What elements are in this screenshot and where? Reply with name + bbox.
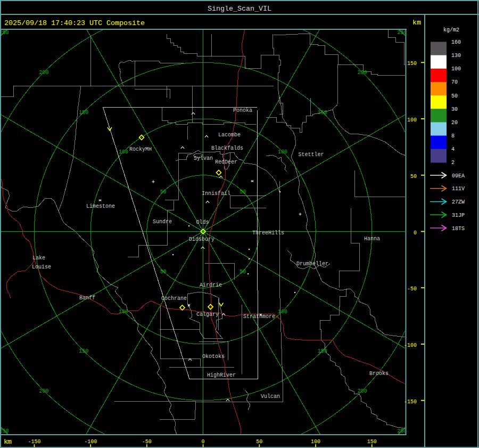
- svg-text:Okotoks: Okotoks: [202, 354, 225, 360]
- svg-text:20: 20: [451, 120, 458, 126]
- svg-text:Brooks: Brooks: [369, 371, 389, 377]
- svg-text:31JP: 31JP: [452, 213, 465, 218]
- svg-text:ThreeHills: ThreeHills: [252, 230, 284, 236]
- svg-text:50: 50: [160, 269, 167, 275]
- svg-text:-50: -50: [142, 439, 152, 445]
- svg-text:-150: -150: [404, 399, 417, 405]
- svg-text:111V: 111V: [452, 186, 465, 192]
- svg-text:Hanna: Hanna: [364, 236, 380, 242]
- svg-text:150: 150: [367, 439, 377, 445]
- svg-text:100: 100: [407, 117, 417, 123]
- svg-text:Sundre: Sundre: [153, 219, 172, 225]
- svg-text:Didsbury: Didsbury: [189, 237, 214, 242]
- svg-text:Drumheller: Drumheller: [296, 261, 328, 267]
- svg-text:2025/09/18 17:40:23 UTC Compos: 2025/09/18 17:40:23 UTC Composite: [4, 19, 145, 27]
- svg-text:50: 50: [451, 93, 458, 99]
- svg-text:200: 200: [39, 388, 49, 394]
- svg-text:18TS: 18TS: [452, 226, 465, 232]
- svg-text:Vulcan: Vulcan: [261, 394, 280, 400]
- svg-text:Innisfail: Innisfail: [202, 191, 230, 197]
- svg-text:Cochrane: Cochrane: [161, 296, 187, 302]
- svg-text:2: 2: [451, 160, 455, 166]
- svg-text:200: 200: [39, 70, 49, 76]
- svg-text:-50: -50: [407, 286, 417, 292]
- svg-text:150: 150: [79, 348, 88, 354]
- svg-text:Olds: Olds: [196, 219, 209, 225]
- svg-text:250: 250: [0, 428, 9, 434]
- svg-text:Louise: Louise: [32, 264, 51, 270]
- svg-text:09EA: 09EA: [452, 173, 465, 179]
- svg-text:Stettler: Stettler: [299, 152, 324, 158]
- svg-text:200: 200: [358, 70, 367, 76]
- svg-text:50: 50: [240, 189, 246, 195]
- svg-text:150: 150: [407, 61, 417, 67]
- svg-text:Lake: Lake: [32, 255, 45, 261]
- svg-text:150: 150: [318, 110, 327, 116]
- svg-text:70: 70: [451, 79, 458, 85]
- svg-text:100: 100: [119, 309, 128, 315]
- svg-text:0: 0: [414, 230, 417, 236]
- svg-text:Calgary: Calgary: [196, 312, 219, 317]
- svg-text:4: 4: [451, 146, 455, 152]
- svg-text:-100: -100: [84, 439, 97, 445]
- svg-text:150: 150: [318, 348, 327, 354]
- svg-text:100: 100: [119, 149, 128, 155]
- svg-text:8: 8: [451, 133, 455, 139]
- svg-text:Sylvan: Sylvan: [194, 156, 213, 161]
- svg-text:RockyMH: RockyMH: [129, 146, 152, 152]
- svg-text:-100: -100: [404, 343, 417, 348]
- svg-text:Banff: Banff: [79, 295, 95, 301]
- svg-text:Limestone: Limestone: [86, 203, 115, 209]
- svg-text:27ZW: 27ZW: [452, 199, 465, 205]
- svg-text:250: 250: [0, 30, 9, 36]
- svg-text:100: 100: [278, 149, 287, 155]
- svg-text:km: km: [4, 438, 12, 446]
- svg-text:0: 0: [202, 439, 205, 445]
- svg-text:50: 50: [240, 269, 246, 275]
- svg-text:Lacombe: Lacombe: [218, 132, 241, 138]
- svg-text:Blackfalds: Blackfalds: [211, 145, 243, 151]
- svg-text:200: 200: [358, 388, 367, 394]
- svg-text:kg/m2: kg/m2: [443, 27, 459, 33]
- svg-text:km: km: [412, 19, 421, 27]
- svg-text:30: 30: [451, 107, 458, 112]
- svg-text:50: 50: [410, 174, 417, 180]
- svg-text:Airdrie: Airdrie: [200, 282, 222, 288]
- svg-text:RedDeer: RedDeer: [215, 159, 237, 165]
- svg-text:-150: -150: [28, 439, 40, 445]
- svg-text:50: 50: [160, 189, 167, 195]
- svg-text:100: 100: [311, 439, 320, 445]
- svg-text:160: 160: [451, 39, 461, 45]
- svg-text:100: 100: [278, 309, 287, 315]
- svg-text:150: 150: [79, 110, 88, 116]
- svg-text:100: 100: [451, 66, 461, 72]
- svg-text:Strathmore: Strathmore: [243, 314, 275, 320]
- svg-text:130: 130: [451, 53, 461, 59]
- svg-text:Ponoka: Ponoka: [233, 108, 252, 113]
- svg-text:Single_Scan_VIL: Single_Scan_VIL: [208, 5, 271, 13]
- svg-text:50: 50: [256, 439, 262, 445]
- svg-text:HighRiver: HighRiver: [207, 372, 236, 378]
